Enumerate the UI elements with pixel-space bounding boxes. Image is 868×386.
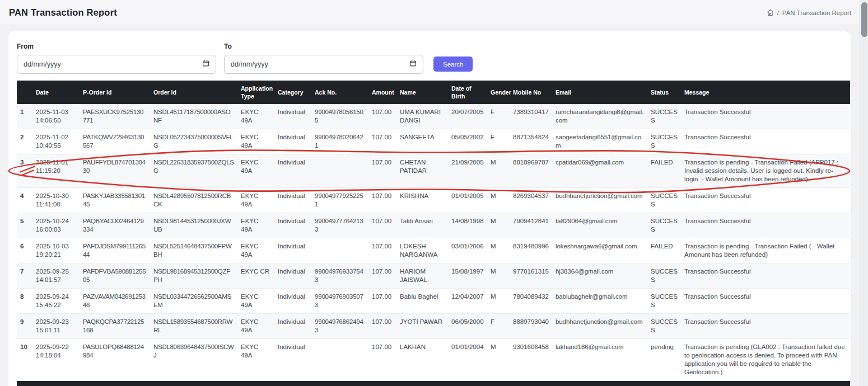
cell-category: Individual: [274, 104, 311, 129]
cell-name: LOKESH NARGANWA: [396, 238, 448, 263]
cell-amount: 107.00: [368, 238, 396, 263]
breadcrumb-current: PAN Transaction Report: [782, 10, 851, 16]
cell-mobile-no: 8889793040: [510, 314, 552, 339]
scrollbar-thumb[interactable]: [861, 2, 867, 37]
cell-gender: M: [487, 238, 510, 263]
cell-p-order-id: PAQKQCPA37722125168: [80, 314, 150, 339]
column-email: Email: [552, 81, 647, 104]
to-date-input[interactable]: [231, 60, 393, 68]
cell-name: Talib Ansari: [396, 213, 448, 238]
cell-row-number: 3: [17, 154, 32, 188]
cell-date-of-birth: 01/01/2004: [448, 339, 487, 381]
cell-gender: M: [487, 188, 510, 213]
home-icon[interactable]: [767, 9, 774, 16]
cell-mobile-no: 7389310417: [510, 104, 552, 129]
column-sn: [17, 81, 32, 104]
cell-date: 2025-10-03 19:20:21: [32, 238, 80, 263]
from-date-group: From: [17, 43, 216, 74]
cell-name: SANGEETA: [396, 129, 448, 154]
top-bar: PAN Transaction Report / PAN Transaction…: [0, 0, 868, 25]
cell-email: lakhand186@gmail.com: [552, 339, 647, 381]
cell-name: HARIOM JAISWAL: [396, 263, 448, 289]
cell-category: Individual: [274, 263, 311, 289]
cell-order-id: NSDL45117187500000ASONF: [150, 104, 237, 129]
cell-email: budhhanetjunction@gmail.com: [552, 188, 647, 213]
cell-category: Individual: [274, 188, 311, 213]
table-row: 6 2025-10-03 19:20:21 PAFDJDSM7991112654…: [17, 238, 850, 263]
cell-row-number: 1: [17, 104, 32, 129]
cell-date: 2025-09-23 15:01:11: [32, 314, 80, 339]
column-date-of-birth: Date of Birth: [448, 81, 487, 104]
cell-name: JYOTI PAWAR: [396, 314, 448, 339]
cell-status: SUCCESS: [647, 289, 681, 314]
cell-category: Individual: [274, 339, 311, 381]
column-message: Message: [681, 81, 850, 104]
cell-application-type: EKYC CR: [237, 263, 274, 289]
cell-email: hj38364@gmail.com: [552, 263, 647, 289]
column-order-id: Order Id: [150, 81, 237, 104]
cell-email: sangeetadangi6551@gmail.com: [552, 129, 647, 154]
cell-date-of-birth: 14/08/1998: [448, 213, 487, 238]
cell-category: Individual: [274, 213, 311, 238]
calendar-icon[interactable]: [202, 59, 209, 69]
cell-ack-no: 990049780206421: [311, 129, 368, 154]
cell-application-type: EKYC 49A: [237, 213, 274, 238]
cell-mobile-no: 8871354824: [510, 129, 552, 154]
report-card: From To Search: [8, 31, 851, 386]
cell-order-id: NSDL80639648437500ISCWJ: [150, 339, 237, 381]
to-label: To: [224, 43, 423, 50]
cell-order-id: NSDL05273437500000SVFLG: [150, 129, 237, 154]
column-category: Category: [274, 81, 311, 104]
table-row: 9 2025-09-23 15:01:11 PAQKQCPA3772212516…: [17, 314, 850, 339]
cell-ack-no: 990049768624943: [311, 314, 368, 339]
cell-status: FAILED: [647, 238, 681, 263]
to-date-field[interactable]: [224, 55, 423, 74]
cell-status: SUCCESS: [647, 188, 681, 213]
cell-name: KRISHNA: [396, 188, 448, 213]
cell-name: LAKHAN: [396, 339, 448, 381]
column-gender: Gender: [487, 81, 510, 104]
breadcrumb-separator: /: [777, 10, 779, 16]
cell-p-order-id: PAFDJDSM79911126544: [80, 238, 150, 263]
cell-ack-no: [311, 339, 368, 381]
table-row: 10 2025-09-22 14:18:04 PASULOPQ684881249…: [17, 339, 850, 381]
cell-ack-no: 990049769035073: [311, 289, 368, 314]
cell-status: SUCCESS: [647, 314, 681, 339]
table-row: 1 2025-11-03 14:06:50 PAESXUCK9752513077…: [17, 104, 850, 129]
cell-category: Individual: [274, 314, 311, 339]
cell-row-number: 7: [17, 263, 32, 289]
cell-date: 2025-10-30 11:41:00: [32, 188, 80, 213]
cell-p-order-id: PAUFFYDL87470130430: [80, 154, 150, 188]
cell-message: Transaction Successful: [681, 314, 850, 339]
cell-p-order-id: PAESXUCK97525130771: [80, 104, 150, 129]
cell-application-type: EKYC 49A: [237, 129, 274, 154]
scrollbar-track[interactable]: [860, 0, 868, 386]
column-status: Status: [647, 81, 681, 104]
cell-status: SUCCESS: [647, 129, 681, 154]
cell-amount: 107.00: [368, 289, 396, 314]
from-date-input[interactable]: [24, 60, 186, 68]
cell-order-id: NSDL15893554687500RRWRL: [150, 314, 237, 339]
cell-message: Transaction Successful: [681, 129, 850, 154]
cell-order-id: NSDL03344726562500AMSEM: [150, 289, 237, 314]
search-button[interactable]: Search: [433, 57, 473, 72]
cell-status: SUCCESS: [647, 213, 681, 238]
cell-application-type: EKYC 49A: [237, 188, 274, 213]
column-date: Date: [32, 81, 80, 104]
cell-p-order-id: PAZVAVAM04269125346: [80, 289, 150, 314]
cell-email: budhhanetjunction@gmail.com: [552, 314, 647, 339]
cell-amount: 107.00: [368, 104, 396, 129]
table-header: Date P-Order Id Order Id Application Typ…: [17, 81, 850, 104]
column-mobile-no: Mobile No: [510, 81, 552, 104]
cell-gender: M: [487, 289, 510, 314]
cell-ack-no: [311, 238, 368, 263]
from-date-field[interactable]: [17, 55, 216, 74]
calendar-icon[interactable]: [409, 59, 417, 69]
cell-mobile-no: 8319480996: [510, 238, 552, 263]
cell-date-of-birth: 05/05/2002: [448, 129, 487, 154]
cell-message: Transaction is pending - Transaction Fai…: [681, 154, 850, 188]
cell-p-order-id: PATKQWVZ29463130567: [80, 129, 150, 154]
cell-name: CHETAN PATIDAR: [396, 154, 448, 188]
cell-date-of-birth: 12/04/2007: [448, 289, 487, 314]
cell-date-of-birth: 01/01/2005: [448, 188, 487, 213]
